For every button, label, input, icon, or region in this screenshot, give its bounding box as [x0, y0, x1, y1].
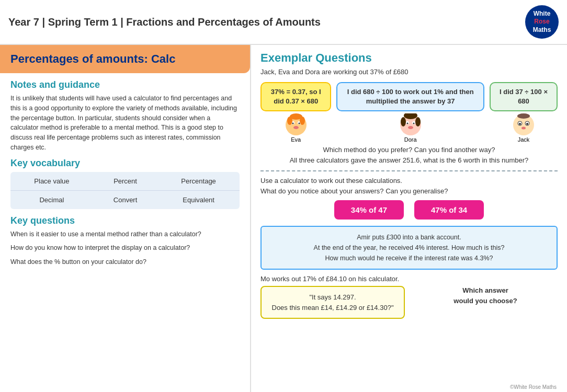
main-content: Percentages of amounts: Calc Notes and g…: [0, 45, 567, 392]
svg-point-17: [415, 117, 421, 126]
page-title: Year 7 | Spring Term 1 | Fractions and P…: [8, 16, 321, 28]
vocab-cell: Percentage: [157, 172, 240, 191]
mo-section: Mo works out 17% of £84.10 on his calcul…: [260, 275, 558, 319]
bank-box: Amir puts £300 into a bank account. At t…: [260, 226, 558, 270]
calc-btn-34[interactable]: 34% of 47: [334, 200, 404, 220]
eva-bubble: 37% = 0.37, so I did 0.37 × 680: [260, 82, 331, 111]
eva-label: Eva: [291, 136, 301, 143]
exemplar-title: Exemplar Questions: [260, 51, 558, 65]
vocab-title: Key vocabulary: [10, 158, 240, 169]
vocab-cell: Place value: [10, 172, 93, 191]
exemplar-intro: Jack, Eva and Dora are working out 37% o…: [260, 68, 558, 76]
vocab-cell: Percent: [93, 172, 157, 191]
calc-btn-47[interactable]: 47% of 34: [414, 200, 484, 220]
svg-point-21: [519, 123, 521, 125]
dora-bubble: I did 680 ÷ 100 to work out 1% and then …: [336, 82, 484, 111]
calc-buttons-row: 34% of 47 47% of 34: [260, 200, 558, 220]
svg-point-14: [408, 126, 413, 129]
divider1: [260, 170, 558, 171]
mo-left: Mo works out 17% of £84.10 on his calcul…: [260, 275, 405, 319]
dora-avatar: [399, 113, 422, 136]
which-answer: Which answer would you choose?: [413, 275, 558, 306]
vocab-table: Place value Percent Percentage Decimal C…: [10, 172, 240, 209]
svg-point-22: [526, 123, 528, 125]
jack-label: Jack: [518, 136, 530, 143]
notes-title: Notes and guidance: [10, 79, 240, 90]
left-panel: Percentages of amounts: Calc Notes and g…: [0, 45, 251, 392]
notes-text: It is unlikely that students will have u…: [10, 94, 240, 153]
svg-point-5: [293, 126, 299, 129]
vocab-cell: Equivalent: [157, 190, 240, 209]
vocab-cell: Convert: [93, 190, 157, 209]
copyright: ©White Rose Maths: [502, 382, 565, 391]
eva-avatar: [285, 113, 308, 136]
jack-group: I did 37 ÷ 100 × 680 Jack: [490, 82, 558, 143]
jack-avatar: [512, 113, 535, 136]
dora-character: Dora: [399, 113, 422, 143]
page-header: Year 7 | Spring Term 1 | Fractions and P…: [0, 0, 567, 45]
svg-point-7: [287, 117, 292, 125]
svg-point-24: [517, 113, 530, 119]
svg-point-13: [413, 123, 414, 124]
svg-point-3: [292, 123, 293, 124]
vocab-cell: Decimal: [10, 190, 93, 209]
question2: How do you know how to interpret the dis…: [10, 243, 240, 253]
calc-instruction: Use a calculator to work out these calcu…: [260, 176, 558, 196]
exemplar-questions: Which method do you prefer? Can you find…: [260, 145, 558, 165]
key-questions-section: Key questions When is it easier to use a…: [10, 215, 240, 267]
wrm-logo: White Rose Maths: [525, 5, 559, 39]
mo-intro: Mo works out 17% of £84.10 on his calcul…: [260, 275, 405, 283]
left-content: Notes and guidance It is unlikely that s…: [0, 73, 250, 278]
dora-label: Dora: [404, 136, 417, 143]
question1: When is it easier to use a mental method…: [10, 229, 240, 239]
eva-character: Eva: [285, 113, 308, 143]
panel-header: Percentages of amounts: Calc: [0, 45, 250, 73]
quote-box: "It says 14.297. Does this mean £14, £14…: [260, 286, 405, 319]
table-row: Decimal Convert Equivalent: [10, 190, 240, 209]
eva-group: 37% = 0.37, so I did 0.37 × 680: [260, 82, 331, 143]
question3: What does the % button on your calculato…: [10, 257, 240, 267]
questions-title: Key questions: [10, 215, 240, 226]
svg-point-8: [300, 117, 305, 125]
right-panel: Exemplar Questions Jack, Eva and Dora ar…: [251, 45, 567, 392]
jack-character: Jack: [512, 113, 535, 143]
svg-point-4: [298, 123, 300, 124]
svg-point-23: [521, 127, 526, 130]
table-row: Place value Percent Percentage: [10, 172, 240, 191]
panel-title: Percentages of amounts: Calc: [10, 52, 240, 66]
svg-point-12: [406, 123, 408, 124]
jack-bubble: I did 37 ÷ 100 × 680: [490, 82, 558, 111]
dora-group: I did 680 ÷ 100 to work out 1% and then …: [336, 82, 484, 143]
svg-point-16: [401, 117, 406, 126]
